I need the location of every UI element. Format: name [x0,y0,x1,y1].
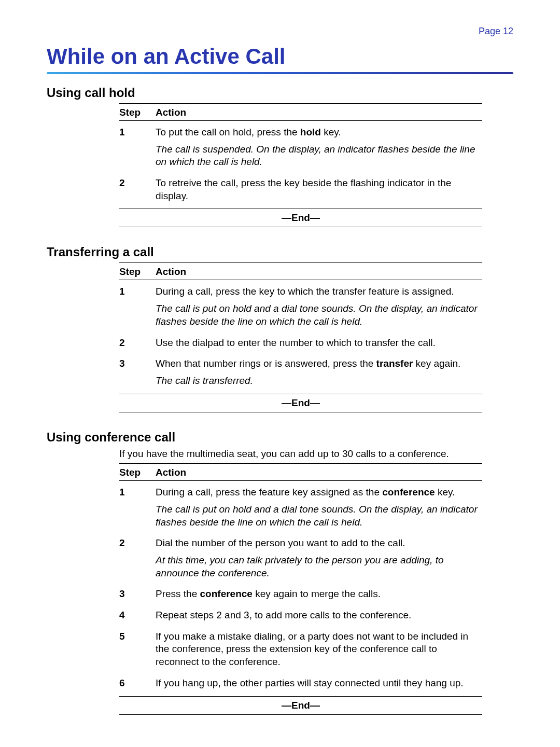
step-number: 4 [119,609,156,622]
step-action: During a call, press the feature key ass… [156,486,482,529]
page-title: While on an Active Call [47,44,513,69]
step-number: 5 [119,630,156,669]
section-heading: Using call hold [47,86,513,100]
step-number: 1 [119,126,156,169]
table-header-row: StepAction [119,265,482,279]
step-note: The call is transferred. [156,375,482,388]
step-action: To retreive the call, press the key besi… [156,177,482,202]
step-action: Dial the number of the person you want t… [156,537,482,579]
title-underline [47,72,513,74]
table-row: 6If you hang up, the other parties will … [119,673,482,694]
action-text: During a call, press the key to which th… [156,285,482,298]
step-action: Repeat steps 2 and 3, to add more calls … [156,609,482,622]
action-text: To retreive the call, press the key besi… [156,177,482,202]
table-row: 3Press the conference key again to merge… [119,584,482,605]
step-number: 2 [119,537,156,579]
action-text: Dial the number of the person you want t… [156,537,482,550]
action-bold-term: transfer [376,358,413,369]
action-bold-term: conference [382,487,435,497]
header-action: Action [156,467,482,478]
action-text: Press the conference key again to merge … [156,588,482,601]
table-header-row: StepAction [119,466,482,479]
step-action: To put the call on hold, press the hold … [156,126,482,169]
step-action: Press the conference key again to merge … [156,588,482,601]
step-action: Use the dialpad to enter the number to w… [156,337,482,350]
section-heading: Transferring a call [47,245,513,259]
action-text: Repeat steps 2 and 3, to add more calls … [156,609,482,622]
step-note: The call is put on hold and a dial tone … [156,503,482,529]
step-number: 2 [119,337,156,350]
step-note: At this time, you can talk privately to … [156,554,482,579]
section-heading: Using conference call [47,430,513,445]
action-text: If you hang up, the other parties will s… [156,677,482,690]
step-table: StepAction1During a call, press the feat… [119,463,482,696]
header-action: Action [156,107,482,118]
table-row: 5If you make a mistake dialing, or a par… [119,626,482,673]
action-bold-term: hold [300,127,321,137]
header-step: Step [119,107,156,118]
step-action: If you make a mistake dialing, or a part… [156,630,482,669]
table-row: 1To put the call on hold, press the hold… [119,122,482,173]
step-table: StepAction1During a call, press the key … [119,262,482,394]
step-number: 1 [119,285,156,328]
table-row: 3When that number rings or is answered, … [119,353,482,391]
step-action: When that number rings or is answered, p… [156,357,482,387]
action-text: If you make a mistake dialing, or a part… [156,630,482,669]
step-number: 2 [119,177,156,202]
step-action: During a call, press the key to which th… [156,285,482,328]
table-header-row: StepAction [119,106,482,119]
end-marker: —End— [119,396,482,410]
step-action: If you hang up, the other parties will s… [156,677,482,690]
step-number: 3 [119,357,156,387]
step-note: The call is put on hold and a dial tone … [156,302,482,328]
end-marker: —End— [119,211,482,225]
page-number: Page 12 [47,26,513,37]
action-text: During a call, press the feature key ass… [156,486,482,499]
step-number: 1 [119,486,156,529]
table-row: 1During a call, press the key to which t… [119,281,482,332]
table-row: 2Dial the number of the person you want … [119,533,482,584]
action-text: Use the dialpad to enter the number to w… [156,337,482,350]
sections-container: Using call holdStepAction1To put the cal… [47,86,513,726]
step-number: 3 [119,588,156,601]
section-intro: If you have the multimedia seat, you can… [119,448,513,461]
table-row: 2To retreive the call, press the key bes… [119,173,482,206]
table-row: 4Repeat steps 2 and 3, to add more calls… [119,605,482,626]
action-text: When that number rings or is answered, p… [156,357,482,370]
end-marker: —End— [119,699,482,712]
step-table: StepAction1To put the call on hold, pres… [119,103,482,209]
step-note: The call is suspended. On the display, a… [156,143,482,169]
action-bold-term: conference [200,588,253,599]
header-step: Step [119,266,156,278]
step-number: 6 [119,677,156,690]
table-row: 2Use the dialpad to enter the number to … [119,333,482,354]
table-row: 1During a call, press the feature key as… [119,482,482,533]
header-step: Step [119,467,156,478]
action-text: To put the call on hold, press the hold … [156,126,482,139]
header-action: Action [156,266,482,278]
